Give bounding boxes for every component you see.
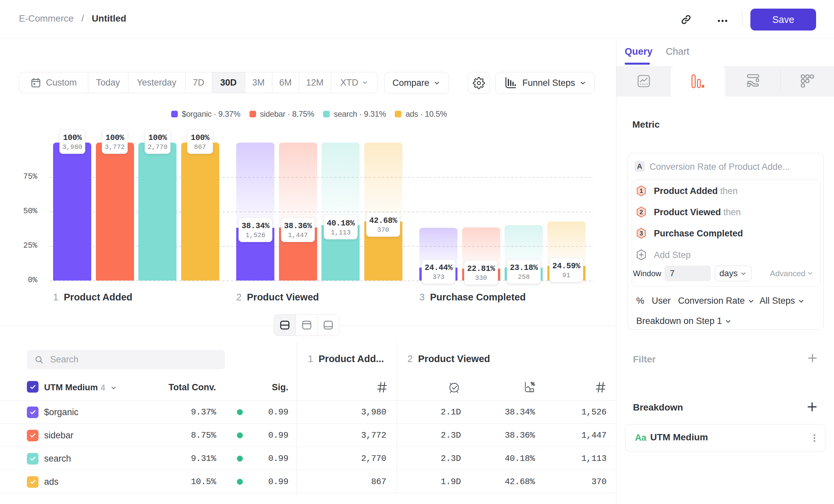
- svg-text:3: 3: [640, 230, 643, 237]
- svg-text:1: 1: [640, 188, 643, 194]
- svg-text:2: 2: [640, 209, 643, 215]
